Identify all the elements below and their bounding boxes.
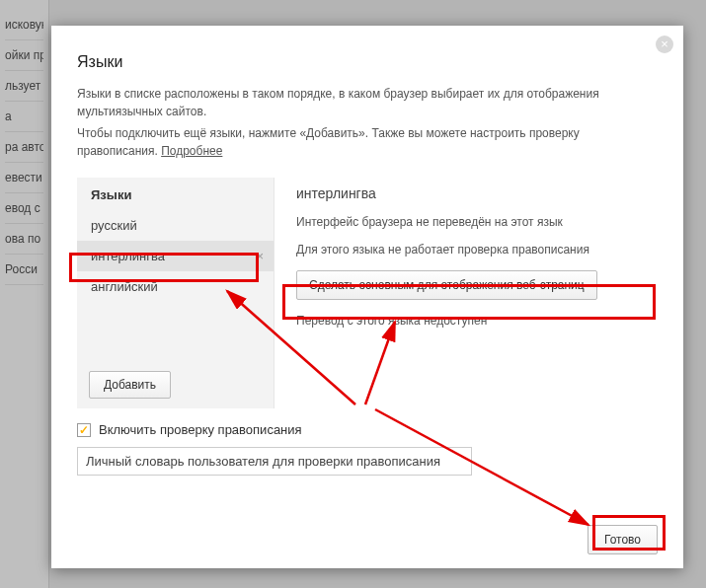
make-primary-label: Сделать основным для отображения веб-стр… bbox=[309, 278, 585, 292]
language-list-panel: Языки русский интерлингва × английский Д… bbox=[77, 178, 275, 408]
language-detail-panel: интерлингва Интерфейс браузера не переве… bbox=[275, 178, 658, 408]
personal-dictionary-label: Личный словарь пользователя для проверки… bbox=[86, 454, 440, 469]
dialog-title: Языки bbox=[77, 53, 658, 71]
spacer bbox=[77, 302, 274, 361]
learn-more-link[interactable]: Подробнее bbox=[161, 144, 222, 158]
detail-no-spellcheck: Для этого языка не работает проверка пра… bbox=[296, 243, 640, 257]
close-icon: × bbox=[256, 249, 264, 263]
dialog-description-2: Чтобы подключить ещё языки, нажмите «Доб… bbox=[77, 124, 630, 160]
add-language-button[interactable]: Добавить bbox=[89, 371, 171, 399]
add-language-label: Добавить bbox=[104, 378, 156, 392]
language-item-russian[interactable]: русский bbox=[77, 210, 274, 241]
detail-ui-not-translated: Интерфейс браузера не переведён на этот … bbox=[296, 215, 640, 229]
personal-dictionary-button[interactable]: Личный словарь пользователя для проверки… bbox=[77, 447, 472, 476]
dialog-description-1: Языки в списке расположены в таком поряд… bbox=[77, 85, 630, 120]
language-item-label: английский bbox=[91, 279, 158, 294]
close-dialog-button[interactable]: × bbox=[656, 36, 673, 53]
enable-spellcheck-checkbox[interactable] bbox=[77, 423, 91, 437]
dialog-description-2-text: Чтобы подключить ещё языки, нажмите «Доб… bbox=[77, 126, 580, 158]
make-primary-button[interactable]: Сделать основным для отображения веб-стр… bbox=[296, 270, 597, 300]
remove-language-button[interactable]: × bbox=[256, 249, 264, 263]
enable-spellcheck-label: Включить проверку правописания bbox=[99, 422, 302, 437]
language-item-english[interactable]: английский bbox=[77, 271, 274, 302]
language-item-interlingua[interactable]: интерлингва × bbox=[77, 241, 274, 271]
language-item-label: интерлингва bbox=[91, 249, 165, 263]
done-label: Готово bbox=[604, 533, 641, 547]
detail-language-name: интерлингва bbox=[296, 185, 640, 201]
done-button[interactable]: Готово bbox=[588, 525, 658, 554]
language-list-header: Языки bbox=[77, 178, 274, 210]
languages-dialog: × Языки Языки в списке расположены в так… bbox=[51, 26, 683, 568]
language-item-label: русский bbox=[91, 218, 137, 233]
detail-translate-unavailable: Перевод с этого языка недоступен bbox=[296, 314, 640, 328]
close-icon: × bbox=[661, 37, 668, 51]
